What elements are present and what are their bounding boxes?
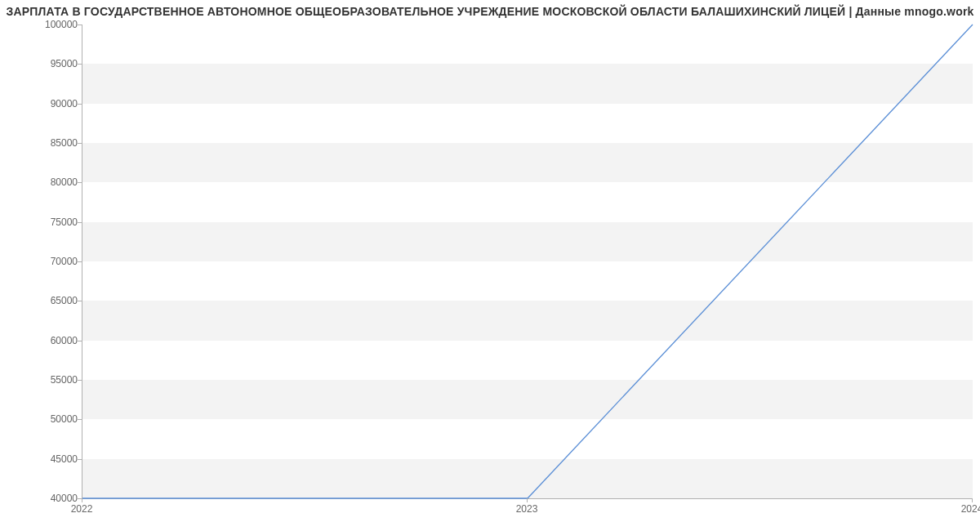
salary-line-chart: ЗАРПЛАТА В ГОСУДАРСТВЕННОЕ АВТОНОМНОЕ ОБ… — [0, 0, 980, 531]
y-tick-mark — [78, 341, 82, 341]
x-tick-mark — [82, 498, 82, 502]
x-tick-mark — [527, 498, 528, 502]
x-tick-label: 2022 — [71, 503, 93, 515]
y-tick-label: 40000 — [4, 493, 78, 504]
y-tick-label: 55000 — [4, 374, 78, 386]
y-tick-mark — [78, 261, 82, 262]
y-tick-label: 45000 — [4, 453, 78, 465]
chart-title: ЗАРПЛАТА В ГОСУДАРСТВЕННОЕ АВТОНОМНОЕ ОБ… — [0, 5, 980, 18]
y-tick-label: 100000 — [4, 19, 78, 30]
series-line — [82, 25, 973, 498]
y-tick-label: 95000 — [4, 58, 78, 69]
y-tick-label: 85000 — [4, 137, 78, 149]
y-tick-mark — [78, 104, 82, 105]
y-tick-label: 90000 — [4, 98, 78, 109]
y-tick-mark — [78, 64, 82, 65]
x-tick-label: 2024 — [961, 503, 980, 515]
y-tick-mark — [78, 222, 82, 223]
x-tick-label: 2023 — [516, 503, 538, 515]
plot-area — [82, 25, 973, 499]
y-tick-label: 75000 — [4, 216, 78, 228]
y-tick-label: 50000 — [4, 413, 78, 425]
y-tick-mark — [78, 459, 82, 460]
y-tick-mark — [78, 143, 82, 144]
y-tick-mark — [78, 419, 82, 420]
y-tick-mark — [78, 380, 82, 381]
line-layer — [82, 25, 973, 498]
x-tick-mark — [972, 498, 973, 502]
y-tick-label: 70000 — [4, 256, 78, 267]
y-tick-label: 80000 — [4, 176, 78, 188]
y-tick-label: 65000 — [4, 295, 78, 306]
y-tick-mark — [78, 25, 82, 25]
y-tick-mark — [78, 301, 82, 301]
y-tick-label: 60000 — [4, 335, 78, 346]
y-tick-mark — [78, 182, 82, 183]
